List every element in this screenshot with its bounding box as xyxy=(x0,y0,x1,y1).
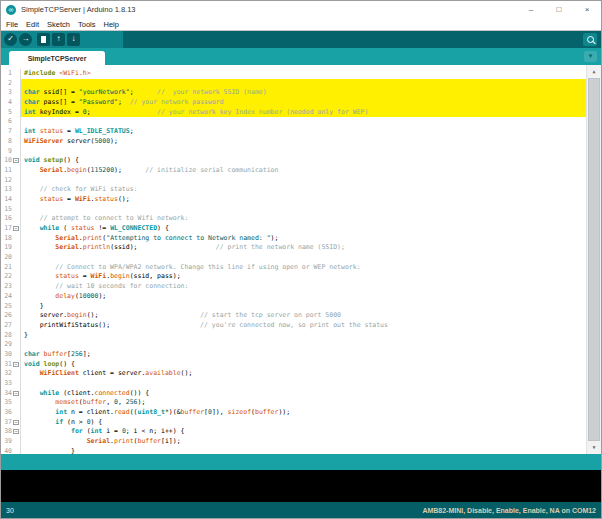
serial-monitor-button[interactable] xyxy=(583,33,597,46)
code-line: 17− while ( status != WL_CONNECTED) { xyxy=(1,224,586,234)
line-number: 13 xyxy=(1,185,13,195)
line-number: 30 xyxy=(1,350,13,360)
check-icon: ✓ xyxy=(7,34,14,43)
line-number: 36 xyxy=(1,408,13,418)
code-editor[interactable]: 1−#include <WiFi.h>2−3−char ssid[] = "yo… xyxy=(1,65,601,454)
line-number: 20 xyxy=(1,253,13,263)
line-number: 10 xyxy=(1,156,13,166)
tab-bar: SimpleTCPServer ▼ xyxy=(1,48,601,65)
line-number: 5 xyxy=(1,108,13,118)
line-number: 27 xyxy=(1,321,13,331)
code-line: 30−char buffer[256]; xyxy=(1,350,586,360)
line-number: 31 xyxy=(1,360,13,370)
scrollbar-down-button[interactable]: ▼ xyxy=(587,441,601,454)
code-line: 9− xyxy=(1,147,586,157)
status-strip xyxy=(1,454,601,470)
menu-item-help[interactable]: Help xyxy=(103,20,118,29)
line-number: 33 xyxy=(1,379,13,389)
line-number: 15 xyxy=(1,205,13,215)
code-line: 10−void setup() { xyxy=(1,156,586,166)
arduino-logo-icon: ∞ xyxy=(6,5,16,15)
line-number: 1 xyxy=(1,69,13,79)
code-line: 11− Serial.begin(115200); // initialize … xyxy=(1,166,586,176)
line-number: 4 xyxy=(1,98,13,108)
code-line: 3−char ssid[] = "yourNetwork"; // your n… xyxy=(1,88,586,98)
line-number: 3 xyxy=(1,88,13,98)
line-number: 6 xyxy=(1,117,13,127)
line-status-bar: 30 AMB82-MINI, Disable, Enable, Enable, … xyxy=(1,502,601,518)
menu-item-tools[interactable]: Tools xyxy=(78,20,96,29)
code-line: 39− Serial.print(buffer[i]); xyxy=(1,437,586,447)
fold-icon[interactable]: − xyxy=(13,429,19,434)
arduino-ide-window: ∞ SimpleTCPServer | Arduino 1.8.13 – □ ×… xyxy=(0,0,602,519)
code-line: 33− xyxy=(1,379,586,389)
close-button[interactable]: × xyxy=(573,1,601,18)
upload-button[interactable]: → xyxy=(19,33,32,46)
menu-bar: File Edit Sketch Tools Help xyxy=(1,18,601,31)
line-number: 12 xyxy=(1,176,13,186)
fold-icon[interactable]: − xyxy=(13,226,19,231)
line-number: 8 xyxy=(1,137,13,147)
line-number: 26 xyxy=(1,311,13,321)
scrollbar[interactable]: ▲ ▼ xyxy=(586,65,601,454)
scrollbar-up-button[interactable]: ▲ xyxy=(587,65,601,78)
code-line: 32− WiFiClient client = server.available… xyxy=(1,369,586,379)
line-number: 2 xyxy=(1,79,13,89)
fold-icon[interactable]: − xyxy=(13,420,19,425)
fold-icon[interactable]: − xyxy=(13,158,19,163)
menu-item-file[interactable]: File xyxy=(6,20,18,29)
line-number: 34 xyxy=(1,389,13,399)
code-line: 8−WiFiServer server(5000); xyxy=(1,137,586,147)
code-line: 12− xyxy=(1,176,586,186)
code-line: 19− Serial.println(ssid); // print the n… xyxy=(1,243,586,253)
code-line: 27− printWifiStatus(); // you're connect… xyxy=(1,321,586,331)
arrow-up-icon: ↑ xyxy=(57,34,61,43)
code-line: 6− xyxy=(1,117,586,127)
code-line: 14− status = WiFi.status(); xyxy=(1,195,586,205)
fold-icon[interactable]: − xyxy=(13,362,19,367)
line-number: 35 xyxy=(1,398,13,408)
line-number: 14 xyxy=(1,195,13,205)
line-number: 17 xyxy=(1,224,13,234)
code-line: 22− status = WiFi.begin(ssid, pass); xyxy=(1,272,586,282)
line-number: 40 xyxy=(1,447,13,454)
code-line: 5−int keyIndex = 0; // your network key … xyxy=(1,108,586,118)
code-line: 20− xyxy=(1,253,586,263)
code-line: 35− memset(buffer, 0, 256); xyxy=(1,398,586,408)
title-bar: ∞ SimpleTCPServer | Arduino 1.8.13 – □ × xyxy=(1,1,601,18)
minimize-button[interactable]: – xyxy=(517,1,545,18)
line-number: 38 xyxy=(1,427,13,437)
code-line: 37− if (n > 0) { xyxy=(1,418,586,428)
code-line: 1−#include <WiFi.h> xyxy=(1,69,586,79)
save-button[interactable]: ↓ xyxy=(67,33,80,46)
code-line: 40− } xyxy=(1,447,586,454)
line-number: 24 xyxy=(1,292,13,302)
new-sketch-button[interactable] xyxy=(37,33,50,46)
line-number: 22 xyxy=(1,272,13,282)
open-button[interactable]: ↑ xyxy=(52,33,65,46)
board-info: AMB82-MINI, Disable, Enable, Enable, NA … xyxy=(422,507,596,514)
line-number: 39 xyxy=(1,437,13,447)
maximize-button[interactable]: □ xyxy=(545,1,573,18)
menu-item-edit[interactable]: Edit xyxy=(26,20,39,29)
code-line: 24− delay(10000); xyxy=(1,292,586,302)
code-line: 2− xyxy=(1,79,586,89)
line-number: 32 xyxy=(1,369,13,379)
tab-dropdown-button[interactable]: ▼ xyxy=(584,51,597,62)
magnifier-icon xyxy=(587,36,594,43)
line-number: 9 xyxy=(1,147,13,157)
verify-button[interactable]: ✓ xyxy=(4,33,17,46)
code-line: 26− server.begin(); // start the tcp ser… xyxy=(1,311,586,321)
line-number: 23 xyxy=(1,282,13,292)
code-line: 4−char pass[] = "Password"; // your netw… xyxy=(1,98,586,108)
line-number: 7 xyxy=(1,127,13,137)
tab-simpletcpserver[interactable]: SimpleTCPServer xyxy=(9,51,105,65)
scrollbar-thumb[interactable] xyxy=(588,78,600,441)
code-area: 1−#include <WiFi.h>2−3−char ssid[] = "yo… xyxy=(1,69,586,454)
fold-icon[interactable]: − xyxy=(13,391,19,396)
line-number: 28 xyxy=(1,331,13,341)
menu-item-sketch[interactable]: Sketch xyxy=(47,20,70,29)
line-number: 16 xyxy=(1,214,13,224)
line-number: 21 xyxy=(1,263,13,273)
arrow-right-icon: → xyxy=(22,34,30,43)
